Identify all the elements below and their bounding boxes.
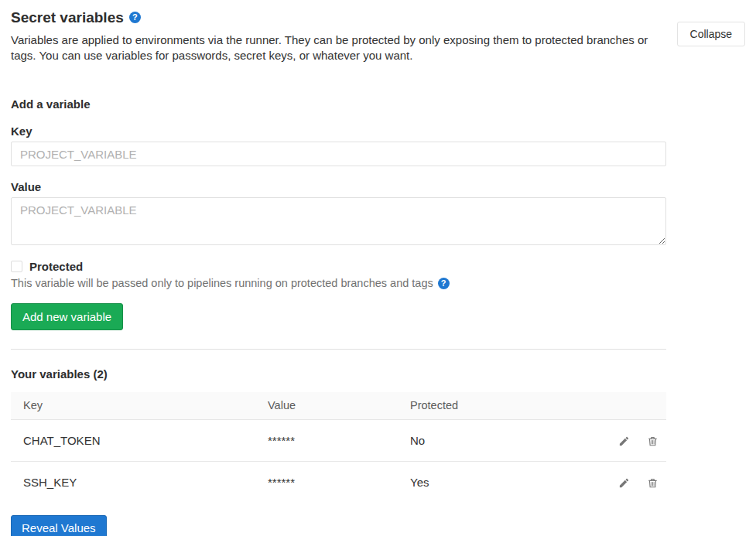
variable-key: SSH_KEY bbox=[11, 461, 255, 503]
edit-variable-button[interactable] bbox=[618, 435, 630, 447]
column-header-value: Value bbox=[255, 392, 398, 419]
add-variable-heading: Add a variable bbox=[11, 97, 745, 111]
pencil-icon bbox=[618, 480, 630, 491]
table-row: SSH_KEY ****** Yes bbox=[11, 461, 666, 503]
page-title: Secret variables bbox=[11, 10, 124, 25]
value-label: Value bbox=[11, 180, 745, 193]
key-input[interactable] bbox=[11, 142, 666, 166]
key-label: Key bbox=[11, 125, 745, 138]
variable-protected-status: Yes bbox=[398, 461, 568, 503]
help-icon[interactable]: ? bbox=[438, 278, 450, 289]
row-actions bbox=[568, 419, 666, 461]
protected-checkbox[interactable] bbox=[11, 261, 22, 272]
value-textarea[interactable] bbox=[11, 197, 666, 245]
pencil-icon bbox=[618, 438, 630, 449]
variables-table: Key Value Protected CHAT_TOKEN ****** No bbox=[11, 392, 666, 503]
row-actions bbox=[568, 461, 666, 503]
protected-help-row: This variable will be passed only to pip… bbox=[11, 277, 745, 289]
protected-help-text: This variable will be passed only to pip… bbox=[11, 277, 433, 289]
column-header-actions bbox=[568, 392, 666, 419]
delete-variable-button[interactable] bbox=[647, 435, 659, 447]
help-icon[interactable]: ? bbox=[129, 12, 141, 23]
variable-protected-status: No bbox=[398, 419, 568, 461]
page-header: Secret variables ? bbox=[11, 10, 745, 25]
delete-variable-button[interactable] bbox=[647, 477, 659, 489]
column-header-key: Key bbox=[11, 392, 255, 419]
table-header-row: Key Value Protected bbox=[11, 392, 666, 419]
add-new-variable-button[interactable]: Add new variable bbox=[11, 303, 123, 330]
variable-value-masked: ****** bbox=[255, 461, 398, 503]
variable-key: CHAT_TOKEN bbox=[11, 419, 255, 461]
reveal-values-button[interactable]: Reveal Values bbox=[11, 515, 107, 536]
section-description: Variables are applied to environments vi… bbox=[11, 32, 666, 63]
section-divider bbox=[11, 349, 666, 350]
your-variables-heading: Your variables (2) bbox=[11, 367, 745, 381]
edit-variable-button[interactable] bbox=[618, 477, 630, 489]
secret-variables-panel: Collapse Secret variables ? Variables ar… bbox=[0, 10, 756, 536]
protected-checkbox-row: Protected bbox=[11, 260, 745, 273]
variable-value-masked: ****** bbox=[255, 419, 398, 461]
table-row: CHAT_TOKEN ****** No bbox=[11, 419, 666, 461]
protected-label: Protected bbox=[29, 260, 83, 273]
trash-icon bbox=[647, 480, 659, 491]
collapse-button[interactable]: Collapse bbox=[677, 22, 745, 46]
trash-icon bbox=[647, 438, 659, 449]
column-header-protected: Protected bbox=[398, 392, 568, 419]
